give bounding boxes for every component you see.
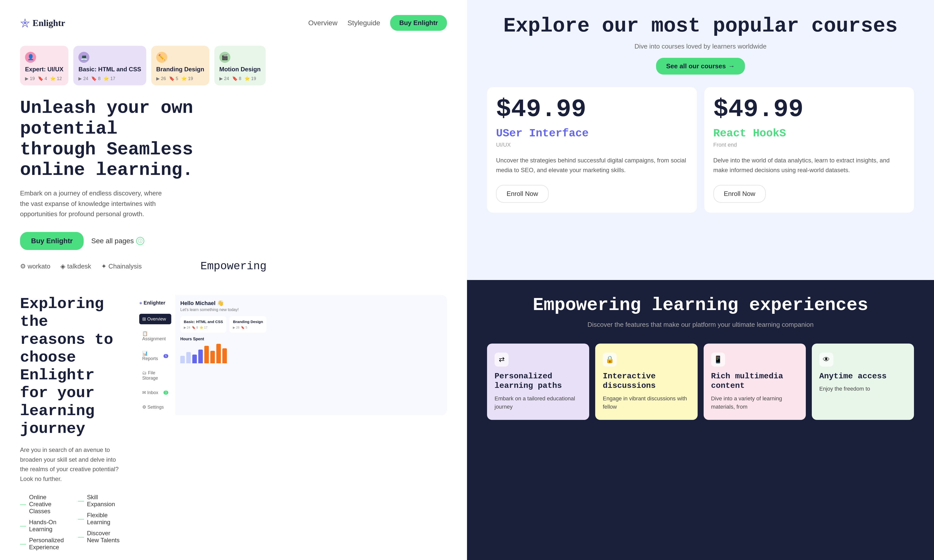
enroll-button-react[interactable]: Enroll Now [714, 185, 766, 203]
feature-name-anytime: Anytime access [819, 372, 906, 381]
course-card-ui-price: $49.99 USer Interface UI/UX Uncover the … [487, 87, 697, 213]
course-name-ui: USer Interface [496, 127, 688, 140]
card-stats-motion: ▶ 24🔖 8⭐ 19 [219, 76, 260, 82]
dashboard-greeting: Hello Michael 👋 [180, 300, 442, 306]
feature-icon-anytime: 👁 [819, 352, 833, 366]
why-list-left: Online Creative Classes Hands-On Learnin… [20, 494, 68, 551]
dash-nav-inbox[interactable]: ✉ Inbox 3 [139, 387, 171, 398]
hero-see-pages-button[interactable]: See all pages ⓘ [91, 237, 144, 245]
dashboard-inner: ✳ Enlighter ⊞ Overview 📋 Assignment 📊 Re… [135, 295, 447, 415]
course-price-ui: $49.99 [496, 97, 688, 122]
hero-title: Unleash your own potential through Seaml… [20, 98, 195, 181]
course-card-react-price: $49.99 React HookS Front end Delve into … [704, 87, 914, 213]
dashboard-preview: ✳ Enlighter ⊞ Overview 📋 Assignment 📊 Re… [135, 295, 447, 415]
feature-name-personalized: Personalized learning paths [495, 372, 582, 391]
info-icon: ⓘ [136, 237, 144, 245]
dashboard-main: Hello Michael 👋 Let's learn something ne… [175, 295, 447, 415]
brand-workato: ⚙ workato [20, 263, 50, 270]
arrow-icon: → [728, 62, 735, 70]
course-card-brand: ✏️ Branding Design ▶ 26🔖 5⭐ 19 [151, 46, 209, 85]
course-card-html: 💻 Basic: HTML and CSS ▶ 24🔖 8⭐ 17 [73, 46, 146, 85]
courses-grid: $49.99 USer Interface UI/UX Uncover the … [487, 87, 914, 213]
feature-icon-personalized: ⇄ [495, 352, 509, 366]
why-item-flexible: Flexible Learning [78, 512, 120, 526]
course-cards-preview: 👤 Expert: UI/UX ▶ 19🔖 4⭐ 12 💻 Basic: HTM… [20, 46, 447, 85]
card-title-html: Basic: HTML and CSS [79, 66, 141, 73]
dash-course-html: Basic: HTML and CSS ▶ 24🔖 8⭐ 17 [180, 316, 227, 333]
dash-course-title-html: Basic: HTML and CSS [184, 320, 223, 324]
feature-desc-personalized: Embark on a tailored educational journey [495, 394, 582, 411]
brand-talkdesk: ◈ talkdesk [60, 263, 91, 270]
see-all-courses-button[interactable]: See all our courses → [656, 58, 745, 75]
dash-nav-settings[interactable]: ⚙ Settings [139, 402, 171, 412]
dashboard-sidebar: ✳ Enlighter ⊞ Overview 📋 Assignment 📊 Re… [135, 295, 175, 415]
why-item-personalized: Personalized Experience [20, 537, 68, 551]
card-title-ui: Expert: UI/UX [25, 66, 63, 73]
why-item-handson: Hands-On Learning [20, 519, 68, 533]
course-name-react: React HookS [714, 127, 905, 140]
feature-card-multimedia: 📱 Rich multimedia content Dive into a va… [704, 343, 806, 420]
card-icon-html: 💻 [79, 52, 89, 63]
why-item-skill: Skill Expansion [78, 494, 120, 508]
logo-icon [20, 18, 30, 28]
empowering-text: Empowering [200, 260, 267, 272]
feature-desc-anytime: Enjoy the freedom to [819, 385, 906, 393]
card-stats-brand: ▶ 26🔖 5⭐ 19 [156, 76, 204, 82]
features-header: Empowering learning experiences Discover… [487, 295, 914, 329]
card-icon-brand: ✏️ [156, 52, 167, 63]
card-icon-ui: 👤 [25, 52, 36, 63]
dash-nav-reports[interactable]: 📊 Reports 5 [139, 348, 171, 364]
nav-overview[interactable]: Overview [308, 19, 338, 27]
see-pages-label: See all pages [91, 237, 134, 245]
why-title: Exploring the reasons to choose Enlightr… [20, 295, 120, 438]
enroll-button-ui[interactable]: Enroll Now [496, 185, 549, 203]
dashboard-course-cards: Basic: HTML and CSS ▶ 24🔖 8⭐ 17 Branding… [180, 316, 442, 333]
dash-nav-assignment[interactable]: 📋 Assignment [139, 328, 171, 344]
feature-desc-multimedia: Dive into a variety of learning material… [711, 394, 798, 411]
nav-links: Overview Styleguide Buy Enlightr [308, 15, 447, 31]
feature-icon-interactive: 🔒 [603, 352, 617, 366]
why-item-discover: Discover New Talents [78, 530, 120, 544]
dash-course-title-brand: Branding Design [233, 320, 263, 324]
brand-name: Enlightr [32, 18, 65, 28]
navbar: Enlightr Overview Styleguide Buy Enlight… [20, 15, 447, 31]
dash-nav-overview[interactable]: ⊞ Overview [139, 314, 171, 324]
feature-card-anytime: 👁 Anytime access Enjoy the freedom to [812, 343, 914, 420]
hero-buy-button[interactable]: Buy Enlightr [20, 232, 84, 250]
dash-nav-filestorage[interactable]: 🗂 File Storage [139, 368, 171, 383]
bar-6 [210, 351, 215, 363]
course-category-ui: UI/UX [496, 142, 688, 148]
hours-label: Hours Spent [180, 337, 442, 341]
hours-chart [180, 343, 442, 363]
why-content: Exploring the reasons to choose Enlightr… [20, 295, 447, 551]
card-title-motion: Motion Design [219, 66, 260, 73]
why-item-online: Online Creative Classes [20, 494, 68, 515]
bar-8 [222, 348, 227, 363]
why-text: Exploring the reasons to choose Enlightr… [20, 295, 120, 551]
nav-styleguide[interactable]: Styleguide [348, 19, 381, 27]
features-section: Empowering learning experiences Discover… [467, 280, 934, 560]
course-desc-react: Delve into the world of data analytics, … [714, 155, 905, 175]
nav-buy-button[interactable]: Buy Enlightr [390, 15, 447, 31]
hero-subtitle: Embark on a journey of endless discovery… [20, 188, 165, 220]
brand-chainalysis: ✦ Chainalysis [101, 263, 142, 270]
dashboard-greeting-sub: Let's learn something new today! [180, 308, 442, 312]
why-section: Exploring the reasons to choose Enlightr… [0, 280, 467, 560]
dash-course-brand: Branding Design ▶ 26🔖 5 [230, 316, 267, 333]
course-price-react: $49.99 [714, 97, 905, 122]
feature-desc-interactive: Engage in vibrant discussions with fello… [603, 394, 690, 411]
features-subtitle: Discover the features that make our plat… [487, 321, 914, 329]
features-title: Empowering learning experiences [487, 295, 914, 316]
course-card-ui: 👤 Expert: UI/UX ▶ 19🔖 4⭐ 12 [20, 46, 68, 85]
bar-5 [204, 346, 209, 363]
bar-7 [216, 344, 221, 363]
dashboard-logo: ✳ Enlighter [139, 300, 171, 306]
brand-logo: Enlightr [20, 18, 65, 28]
feature-icon-multimedia: 📱 [711, 352, 725, 366]
why-subtitle: Are you in search of an avenue to broade… [20, 445, 120, 484]
courses-subtitle: Dive into courses loved by learners worl… [487, 43, 914, 50]
why-list-right: Skill Expansion Flexible Learning Discov… [78, 494, 120, 551]
bar-3 [192, 355, 197, 363]
courses-header: Explore our most popular courses Dive in… [487, 15, 914, 75]
hero-actions: Buy Enlightr See all pages ⓘ [20, 232, 447, 250]
